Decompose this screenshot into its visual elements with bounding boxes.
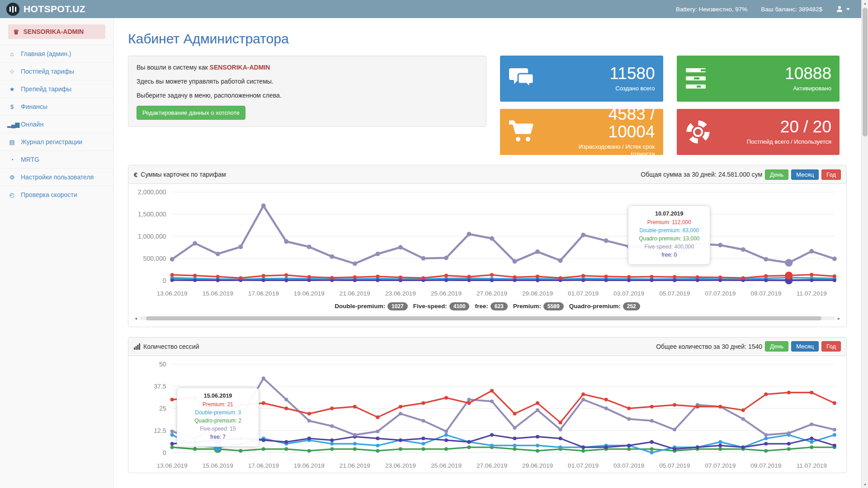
svg-text:37.5: 37.5 [154,383,166,390]
svg-text:2,000,000: 2,000,000 [138,188,166,196]
sidebar-item-label: Настройки пользователя [21,174,94,181]
sidebar-item-1[interactable]: ⌂Главная (админ.) [0,45,113,62]
card-sums-chart[interactable]: 0500,0001,000,0001,500,0002,000,00013.06… [132,186,843,300]
svg-text:500,000: 500,000 [143,255,166,262]
legend-count-badge: 1027 [387,302,408,310]
chart-legend: Double-premium:1027Five-speed:4100free:6… [128,300,846,314]
tooltip-row: Five-speed: 15 [183,426,253,432]
stat-value: 20 / 20 [747,118,831,136]
svg-text:25: 25 [159,405,166,412]
gear-icon: ⚙ [7,174,16,181]
sidebar-item-8[interactable]: ⚙Настройки пользователя [0,168,113,186]
hscroll-thumb[interactable] [146,316,821,320]
legend-item: free:623 [475,302,507,310]
stat-label: Постпейд всего / Используется [747,138,831,145]
sessions-panel: Количество сессий Общее количество за 30… [128,337,847,473]
svg-text:01.07.2019: 01.07.2019 [568,462,599,469]
tooltip-row: Five-speed: 400,000 [634,244,704,250]
chart-tooltip: 10.07.2019 Premium: 112,000Double-premiu… [628,206,710,265]
legend-label: Quadro-premium: [569,303,621,310]
legend-count-badge: 5589 [543,302,564,310]
main-content: Кабинет Администратора Вы вошли в систем… [114,18,861,488]
sidebar-item-label: Препейд тарифы [21,85,71,93]
period-total: Общее количество за 30 дней: 1540 [656,343,762,350]
vscroll-thumb[interactable] [863,8,868,136]
year-button[interactable]: Год [821,169,841,180]
sidebar-item-7[interactable]: ◔MRTG [0,150,113,168]
svg-text:1,000,000: 1,000,000 [138,233,166,240]
scroll-right-icon[interactable]: ▸ [838,316,840,321]
svg-text:29.06.2019: 29.06.2019 [522,290,553,297]
period-total: Общая сумма за 30 дней: 24.581.000 сум [641,171,762,178]
legend-label: Premium: [513,303,541,310]
svg-text:05.07.2019: 05.07.2019 [659,290,690,297]
home-icon: ⌂ [7,51,16,57]
svg-text:29.06.2019: 29.06.2019 [522,462,553,469]
sidebar-item-2[interactable]: ☆Постпейд тарифы [0,62,113,80]
stat-label: Израсходовано / Истек срок годности [565,143,655,158]
svg-text:03.07.2019: 03.07.2019 [613,290,644,297]
tasks-icon [686,68,712,89]
top-navbar: HOTSPOT.UZ Battery: Неизвестно, 97% Ваш … [0,0,861,18]
svg-text:07.07.2019: 07.07.2019 [705,290,736,297]
month-button[interactable]: Месяц [791,341,819,352]
tooltip-row: free: 7 [183,434,253,440]
scroll-up-icon[interactable]: ▴ [862,0,868,7]
star-outline-icon: ☆ [7,68,16,75]
svg-text:25.06.2019: 25.06.2019 [431,290,462,297]
edit-hotspot-button[interactable]: Редактирование данных о хотспоте [137,106,245,120]
welcome-line-1: Вы вошли в систему как SENSORIKA-ADMIN [137,64,478,71]
svg-text:09.07.2019: 09.07.2019 [750,290,781,297]
dollar-icon: $ [7,103,16,110]
day-button[interactable]: День [765,169,788,180]
sidebar-item-9[interactable]: ◴Проверка скорости [0,186,113,203]
bar-chart-icon [134,343,140,350]
comments-icon [509,67,537,90]
sidebar-admin-badge[interactable]: ♛ SENSORIKA-ADMIN [8,24,105,39]
gauge-icon: ◔ [7,156,16,163]
stat-value: 10888 [785,65,831,83]
tooltip-date: 15.06.2019 [183,393,253,399]
speedtest-icon: ◴ [7,192,16,198]
brand-title: HOTSPOT.UZ [24,4,85,14]
welcome-line-3: Выберите задачу в меню, расположенном сл… [137,92,478,99]
horizontal-scrollbar: ◂ ▸ [135,316,840,321]
tooltip-row: Premium: 112,000 [634,219,704,225]
user-menu[interactable] [836,5,850,13]
tooltip-row: Premium: 21 [183,401,253,408]
scroll-left-icon[interactable]: ◂ [135,316,137,321]
day-button[interactable]: День [765,341,788,352]
cart-icon [509,120,535,144]
star-icon: ★ [7,86,16,93]
legend-item: Quadro-premium:252 [569,302,640,310]
sidebar-item-3[interactable]: ★Препейд тарифы [0,80,113,98]
brand-logo[interactable]: HOTSPOT.UZ [6,3,85,16]
scroll-down-icon[interactable]: ▾ [862,481,868,488]
svg-text:17.06.2019: 17.06.2019 [248,462,279,469]
legend-item: Five-speed:4100 [413,302,470,310]
svg-text:13.06.2019: 13.06.2019 [157,290,188,297]
user-icon [836,5,843,13]
legend-label: free: [475,303,488,310]
sidebar-item-5[interactable]: ▂▄▆Онлайн [0,115,113,133]
svg-text:03.07.2019: 03.07.2019 [613,462,644,469]
euro-icon: € [134,171,137,178]
stat-label: Активировано [785,85,831,92]
sidebar-item-6[interactable]: ▤Журнал регистрации [0,133,113,150]
sidebar-item-4[interactable]: $Финансы [0,98,113,115]
tooltip-date: 10.07.2019 [634,211,704,217]
stat-cards: 11580 Создано всего 10888 Активировано [500,56,847,155]
svg-text:0: 0 [163,449,166,456]
legend-count-badge: 4100 [449,302,470,310]
sidebar-item-label: Постпейд тарифы [21,68,74,75]
year-button[interactable]: Год [821,341,841,352]
svg-text:21.06.2019: 21.06.2019 [340,462,370,469]
svg-text:23.06.2019: 23.06.2019 [385,290,416,297]
stat-value: 11580 [609,65,655,83]
svg-text:17.06.2019: 17.06.2019 [248,290,279,297]
month-button[interactable]: Месяц [791,169,819,180]
admin-crown-icon: ♛ [13,28,19,35]
svg-text:05.07.2019: 05.07.2019 [659,462,690,469]
svg-text:15.06.2019: 15.06.2019 [203,290,233,297]
sidebar-item-label: Проверка скорости [21,191,77,198]
